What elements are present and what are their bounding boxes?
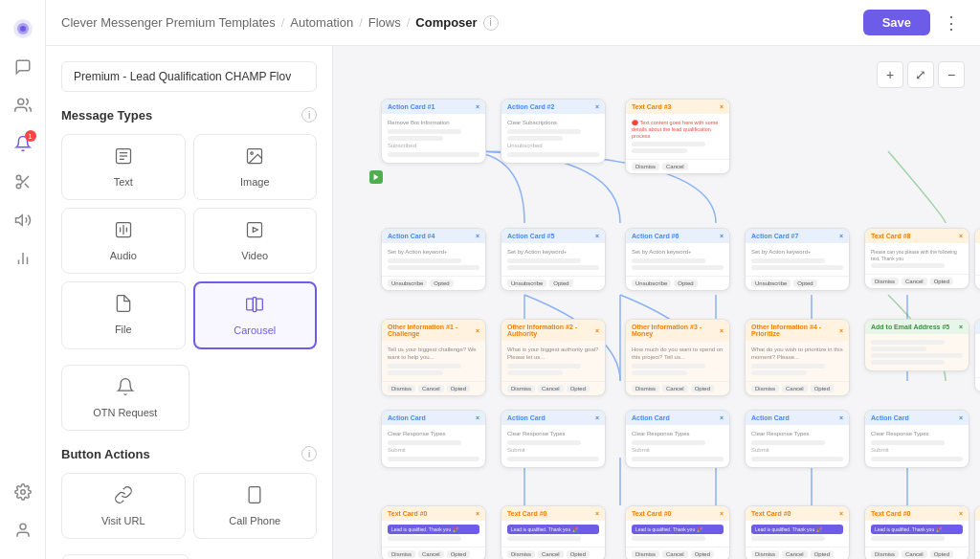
- node-btns-other-2: Dismiss Cancel Opted: [501, 381, 605, 395]
- flow-node-5[interactable]: Action Card #5 × Set by Action keyword+ …: [501, 228, 606, 291]
- svg-marker-26: [254, 228, 258, 233]
- svg-point-3: [17, 99, 23, 104]
- flow-node-2[interactable]: Action Card #2 × Clear Subscriptions Uns…: [501, 99, 606, 164]
- svg-rect-30: [249, 487, 260, 503]
- flow-node-add-to-email[interactable]: Add to Email Address #5 ×: [864, 319, 969, 371]
- msg-type-carousel[interactable]: Carousel: [193, 281, 318, 349]
- carousel-type-icon: [245, 295, 264, 319]
- node-header-9: Text Card #9 ×: [975, 229, 980, 243]
- flow-node-6[interactable]: Action Card #6 × Set by Action keyword+ …: [625, 228, 730, 291]
- svg-point-2: [20, 26, 26, 32]
- node-body-t5-4: Lead is qualified. Thank you 🎉: [746, 521, 849, 547]
- button-actions-header: Button Actions i: [61, 446, 317, 461]
- flow-node-action-row4-1[interactable]: Action Card × Clear Response Types Submi…: [381, 410, 486, 468]
- sidebar-icon-profile[interactable]: [6, 513, 40, 548]
- sidebar-icon-users[interactable]: [6, 88, 40, 123]
- composer-info-icon[interactable]: i: [483, 15, 499, 31]
- node-header-r4-5: Action Card ×: [865, 411, 969, 425]
- flow-node-other-info-3[interactable]: Other Information #3 - Money × How much …: [625, 319, 730, 396]
- msg-type-video[interactable]: Video: [193, 208, 318, 274]
- canvas-zoom-in-button[interactable]: +: [877, 61, 903, 88]
- node-header-other-2: Other Information #2 - Authority ×: [501, 320, 605, 341]
- save-button[interactable]: Save: [863, 10, 930, 35]
- svg-point-14: [20, 524, 26, 529]
- image-type-icon: [245, 146, 264, 170]
- audio-type-icon: [114, 220, 133, 244]
- flow-node-text-card-9[interactable]: Text Card #9 × 🔴 Text notification conte…: [974, 228, 980, 290]
- flow-node-action-row4-5[interactable]: Action Card × Clear Response Types Submi…: [864, 410, 969, 468]
- call-phone-label: Call Phone: [229, 515, 280, 526]
- node-body-copy-text: 🔴 Text notification: [975, 334, 980, 377]
- btn-action-visit-url[interactable]: Visit URL: [61, 473, 186, 539]
- svg-marker-34: [374, 174, 379, 180]
- flow-node-text-row5-1[interactable]: Text Card #0 × Lead is qualified. Thank …: [381, 505, 486, 559]
- canvas-zoom-out-button[interactable]: −: [938, 61, 965, 88]
- msg-type-otn-request[interactable]: OTN Request: [61, 365, 189, 431]
- flow-node-text-row5-6[interactable]: Text Card #0 × Lead quality question con…: [974, 505, 980, 559]
- sidebar-icon-megaphone[interactable]: [6, 203, 40, 237]
- flow-node-action-row4-3[interactable]: Action Card × Clear Response Types Submi…: [625, 410, 730, 468]
- flow-node-copy-text[interactable]: Copy of Text Card #6 × 🔴 Text notificati…: [974, 319, 980, 392]
- sidebar-icon-analytics[interactable]: [6, 241, 40, 276]
- flow-node-text-row5-5[interactable]: Text Card #0 × Lead is qualified. Thank …: [864, 505, 969, 559]
- breadcrumb-item-4: Composer: [415, 15, 477, 30]
- flow-node-3[interactable]: Text Card #3 × 🔴 Text content goes here …: [625, 99, 730, 174]
- message-types-info-icon[interactable]: i: [301, 107, 317, 123]
- flow-canvas[interactable]: + ⤢ −: [333, 46, 980, 559]
- btn-action-whatsapp[interactable]: WhatsApp: [61, 554, 189, 559]
- node-btns-t5-2: Dismiss Cancel Opted: [501, 547, 605, 559]
- flow-node-action-row4-4[interactable]: Action Card × Clear Response Types Submi…: [745, 410, 850, 468]
- node-body-8: Please can you please with the following…: [865, 243, 969, 274]
- flow-title[interactable]: Premium - Lead Qualification CHAMP Flov: [61, 61, 317, 92]
- visit-url-label: Visit URL: [101, 515, 145, 526]
- sidebar: 1: [0, 0, 46, 559]
- flow-node-other-info-4[interactable]: Other Information #4 - Prioritize × What…: [745, 319, 850, 396]
- svg-rect-27: [247, 299, 254, 310]
- svg-point-13: [20, 490, 25, 495]
- msg-type-file[interactable]: File: [61, 281, 186, 349]
- svg-marker-9: [15, 215, 22, 226]
- sidebar-icon-settings[interactable]: [6, 475, 40, 509]
- flow-node-text-row5-2[interactable]: Text Card #0 × Lead is qualified. Thank …: [501, 505, 606, 559]
- node-header-t5-1: Text Card #0 ×: [382, 506, 485, 521]
- node-header-other-1: Other Information #1 - Challenge ×: [382, 320, 485, 341]
- breadcrumb-item-3[interactable]: Flows: [368, 15, 401, 30]
- breadcrumb-sep-3: /: [407, 15, 411, 30]
- flow-node-other-info-1[interactable]: Other Information #1 - Challenge × Tell …: [381, 319, 486, 396]
- sidebar-icon-broadcast[interactable]: 1: [6, 126, 40, 161]
- node-body-7: Set by Action keyword+: [746, 243, 849, 276]
- breadcrumb-item-2[interactable]: Automation: [290, 15, 353, 30]
- node-header-t5-6: Text Card #0 ×: [975, 506, 980, 521]
- btn-action-call-phone[interactable]: Call Phone: [193, 473, 318, 539]
- msg-type-image[interactable]: Image: [193, 134, 318, 200]
- text-type-icon: [114, 146, 133, 170]
- msg-type-text[interactable]: Text: [61, 134, 186, 200]
- sidebar-icon-chat[interactable]: [6, 50, 40, 84]
- svg-rect-25: [248, 223, 262, 237]
- node-header-8: Text Card #8 ×: [865, 229, 969, 243]
- button-actions-info-icon[interactable]: i: [301, 446, 317, 461]
- sidebar-icon-logo[interactable]: [6, 11, 40, 46]
- message-types-header: Message Types i: [61, 107, 317, 123]
- node-header-1: Action Card #1 ×: [382, 100, 485, 114]
- node-body-1: Remove Bot Information Subscribed: [382, 114, 485, 163]
- flow-node-text-card-8[interactable]: Text Card #8 × Please can you please wit…: [864, 228, 969, 289]
- node-btns-t5-4: Dismiss Cancel Opted: [746, 547, 849, 559]
- node-btns-3: Dismiss Cancel: [626, 159, 729, 173]
- flow-node-7[interactable]: Action Card #7 × Set by Action keyword+ …: [745, 228, 850, 291]
- breadcrumb-item-1[interactable]: Clever Messenger Premium Templates: [61, 15, 276, 30]
- sidebar-icon-scissors[interactable]: [6, 165, 40, 199]
- flow-node-action-row4-2[interactable]: Action Card × Clear Response Types Submi…: [501, 410, 606, 468]
- more-options-button[interactable]: ⋮: [938, 10, 965, 36]
- node-header-r4-1: Action Card ×: [382, 411, 485, 425]
- flow-node-text-row5-3[interactable]: Text Card #0 × Lead is qualified. Thank …: [625, 505, 730, 559]
- flow-node-other-info-2[interactable]: Other Information #2 - Authority × What …: [501, 319, 606, 396]
- canvas-expand-button[interactable]: ⤢: [907, 61, 934, 88]
- node-header-6: Action Card #6 ×: [626, 229, 729, 243]
- flow-node-text-row5-4[interactable]: Text Card #0 × Lead is qualified. Thank …: [745, 505, 850, 559]
- flow-node-4[interactable]: Action Card #4 × Set by Action keyword+ …: [381, 228, 486, 291]
- msg-type-audio[interactable]: Audio: [61, 208, 186, 274]
- node-header-3: Text Card #3 ×: [626, 100, 729, 114]
- flow-node-1[interactable]: Action Card #1 × Remove Bot Information …: [381, 99, 486, 164]
- call-phone-icon: [245, 485, 264, 509]
